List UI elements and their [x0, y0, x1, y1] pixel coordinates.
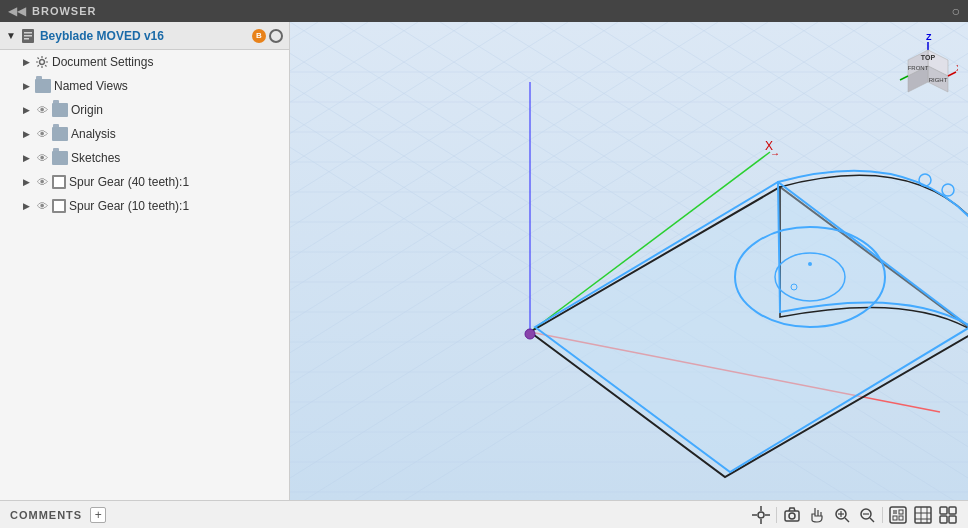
svg-rect-112 [949, 516, 956, 523]
svg-text:X: X [956, 63, 958, 73]
tree-item-named-views[interactable]: ▶ Named Views [0, 74, 289, 98]
sketches-label: Sketches [71, 151, 283, 165]
svg-point-67 [808, 262, 812, 266]
doc-settings-label: Document Settings [52, 55, 283, 69]
svg-line-82 [948, 72, 956, 76]
pan-tool[interactable] [807, 505, 827, 525]
arrow-analysis: ▶ [20, 128, 32, 140]
svg-rect-111 [940, 516, 947, 523]
svg-rect-110 [949, 507, 956, 514]
viewport-canvas: X → Z [290, 22, 968, 500]
document-header[interactable]: ▼ Beyblade MOVED v16 B [0, 22, 289, 50]
doc-badges: B [252, 29, 283, 43]
gear-icon [35, 55, 49, 69]
add-comment-button[interactable]: + [90, 507, 106, 523]
svg-rect-2 [24, 35, 32, 37]
sidebar: ▼ Beyblade MOVED v16 B [0, 22, 290, 500]
app-container: ◀◀ BROWSER ○ ▼ Beyblade MOVED v16 B [0, 0, 968, 528]
svg-rect-109 [940, 507, 947, 514]
browser-title: BROWSER [32, 5, 96, 17]
svg-rect-100 [893, 510, 897, 514]
arrow-spur-gear-10: ▶ [20, 200, 32, 212]
nav-cube[interactable]: Z TOP FRONT RIGHT [898, 32, 958, 92]
origin-label: Origin [71, 103, 283, 117]
tool-separator-2 [882, 507, 883, 523]
document-icon [20, 28, 36, 44]
svg-line-97 [870, 518, 874, 522]
folder-icon-sketches [52, 151, 68, 165]
arrow-named-views: ▶ [20, 80, 32, 92]
box-icon-spur-gear-10 [52, 199, 66, 213]
document-title: Beyblade MOVED v16 [40, 29, 248, 43]
bottom-bar: COMMENTS + [0, 500, 968, 528]
svg-text:Z: Z [926, 32, 932, 42]
tree-item-spur-gear-10[interactable]: ▶ 👁 Spur Gear (10 teeth):1 [0, 194, 289, 218]
toolbar [751, 505, 958, 525]
svg-rect-1 [24, 32, 32, 34]
eye-icon-analysis[interactable]: 👁 [35, 127, 49, 141]
comments-label: COMMENTS [10, 509, 82, 521]
svg-text:→: → [770, 148, 780, 159]
camera-tool[interactable] [782, 505, 802, 525]
svg-rect-99 [890, 507, 906, 523]
badge-circle [269, 29, 283, 43]
analysis-label: Analysis [71, 127, 283, 141]
svg-point-85 [758, 512, 764, 518]
display-mode-tool[interactable] [888, 505, 908, 525]
badge-b-label: B [256, 31, 262, 40]
arrow-spur-gear-40: ▶ [20, 176, 32, 188]
tree-item-doc-settings[interactable]: ▶ Document Settings [0, 50, 289, 74]
folder-icon-origin [52, 103, 68, 117]
browser-collapse-icon[interactable]: ○ [952, 3, 960, 19]
tree-item-spur-gear-40[interactable]: ▶ 👁 Spur Gear (40 teeth):1 [0, 170, 289, 194]
arrow-doc-settings: ▶ [20, 56, 32, 68]
arrow-sketches: ▶ [20, 152, 32, 164]
badge-b: B [252, 29, 266, 43]
viewport[interactable]: X → Z Z [290, 22, 968, 500]
eye-icon-origin[interactable]: 👁 [35, 103, 49, 117]
eye-icon-sketches[interactable]: 👁 [35, 151, 49, 165]
main-area: ▼ Beyblade MOVED v16 B [0, 22, 968, 500]
svg-point-91 [789, 513, 795, 519]
tree-item-analysis[interactable]: ▶ 👁 Analysis [0, 122, 289, 146]
svg-rect-104 [915, 507, 931, 523]
svg-rect-101 [899, 510, 903, 514]
svg-point-68 [525, 329, 535, 339]
svg-point-4 [40, 60, 45, 65]
svg-rect-3 [24, 38, 29, 40]
arrow-origin: ▶ [20, 104, 32, 116]
nav-cube-svg: Z TOP FRONT RIGHT [898, 32, 958, 97]
spur-gear-10-label: Spur Gear (10 teeth):1 [69, 199, 283, 213]
tree-item-origin[interactable]: ▶ 👁 Origin [0, 98, 289, 122]
grid-tool[interactable] [913, 505, 933, 525]
grid-tool-2[interactable] [938, 505, 958, 525]
box-icon-spur-gear-40 [52, 175, 66, 189]
svg-rect-103 [899, 516, 903, 520]
doc-expand-arrow[interactable]: ▼ [6, 30, 16, 41]
transform-tool[interactable] [751, 505, 771, 525]
top-bar: ◀◀ BROWSER ○ [0, 0, 968, 22]
folder-icon-named-views [35, 79, 51, 93]
svg-line-93 [845, 518, 849, 522]
svg-text:FRONT: FRONT [908, 65, 929, 71]
zoom-out-tool[interactable] [857, 505, 877, 525]
eye-icon-spur-gear-10[interactable]: 👁 [35, 199, 49, 213]
svg-line-84 [900, 76, 908, 80]
browser-arrow-left[interactable]: ◀◀ [8, 4, 26, 18]
spur-gear-40-label: Spur Gear (40 teeth):1 [69, 175, 283, 189]
tree-item-sketches[interactable]: ▶ 👁 Sketches [0, 146, 289, 170]
eye-icon-spur-gear-40[interactable]: 👁 [35, 175, 49, 189]
named-views-label: Named Views [54, 79, 283, 93]
zoom-fit-tool[interactable] [832, 505, 852, 525]
svg-rect-102 [893, 516, 897, 520]
svg-text:TOP: TOP [921, 54, 936, 61]
folder-icon-analysis [52, 127, 68, 141]
tool-separator-1 [776, 507, 777, 523]
svg-text:RIGHT: RIGHT [929, 77, 948, 83]
